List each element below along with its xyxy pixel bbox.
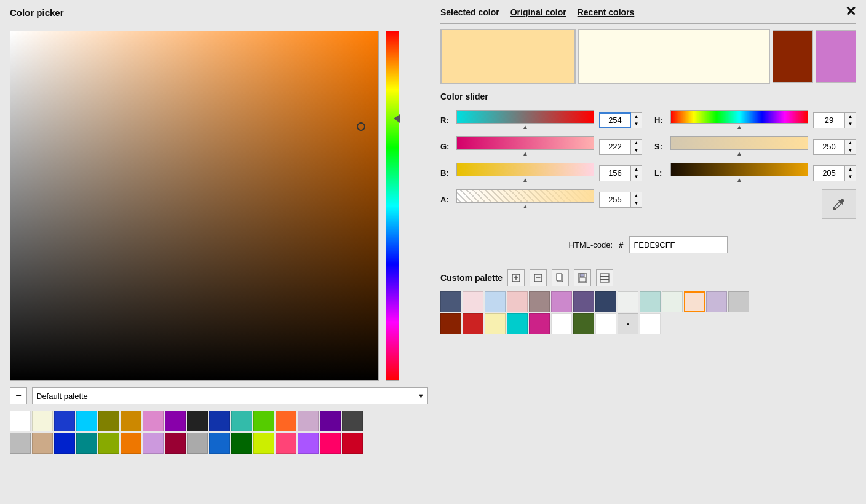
default-swatch[interactable] <box>209 433 230 454</box>
slider-value-b[interactable] <box>599 165 631 181</box>
hue-slider[interactable] <box>386 31 399 381</box>
recent-color-swatch[interactable] <box>816 30 856 83</box>
custom-swatch[interactable] <box>507 313 528 334</box>
default-swatch[interactable] <box>32 433 53 454</box>
custom-swatch[interactable] <box>640 313 661 334</box>
default-swatch[interactable] <box>320 433 341 454</box>
default-swatch[interactable] <box>187 411 208 431</box>
default-swatch[interactable] <box>320 411 341 431</box>
close-button[interactable]: ✕ <box>845 5 856 18</box>
spinner-s-up[interactable]: ▲ <box>845 140 856 147</box>
default-swatch[interactable] <box>98 411 119 431</box>
spinner-h-up[interactable]: ▲ <box>845 113 856 120</box>
slider-value-g[interactable] <box>599 139 631 155</box>
slider-value-r[interactable] <box>599 112 631 128</box>
custom-swatch[interactable] <box>463 291 483 312</box>
eyedropper-button[interactable] <box>822 189 856 219</box>
custom-swatch[interactable] <box>551 291 572 312</box>
default-swatch[interactable] <box>342 411 363 431</box>
palette-select[interactable]: Default palette <box>32 387 428 404</box>
slider-value-s[interactable] <box>813 139 845 155</box>
default-swatch[interactable] <box>276 433 296 454</box>
custom-swatch[interactable] <box>529 291 550 312</box>
spinner-r-down[interactable]: ▼ <box>631 120 642 128</box>
spinner-b-down[interactable]: ▼ <box>631 173 642 181</box>
spinner-h-down[interactable]: ▼ <box>845 120 856 128</box>
slider-value-h[interactable] <box>813 112 845 128</box>
slider-track-g[interactable] <box>456 136 594 150</box>
custom-swatch[interactable] <box>595 313 616 334</box>
default-swatch[interactable] <box>165 433 186 454</box>
custom-swatch[interactable] <box>684 291 705 312</box>
custom-swatch[interactable] <box>507 291 528 312</box>
custom-swatch[interactable] <box>440 291 461 312</box>
default-swatch[interactable] <box>298 411 319 431</box>
default-swatch[interactable] <box>10 433 31 454</box>
default-swatch[interactable] <box>231 411 252 431</box>
html-code-input[interactable] <box>629 236 728 253</box>
slider-track-l[interactable] <box>670 163 808 176</box>
custom-swatch[interactable] <box>618 291 638 312</box>
custom-swatch[interactable] <box>573 313 594 334</box>
custom-swatch[interactable] <box>662 291 683 312</box>
default-swatch[interactable] <box>54 411 75 431</box>
spinner-g-down[interactable]: ▼ <box>631 147 642 154</box>
custom-palette-save-button[interactable] <box>574 269 591 286</box>
custom-palette-paste-button[interactable] <box>552 269 569 286</box>
custom-swatch[interactable]: • <box>618 313 638 334</box>
custom-palette-grid-button[interactable] <box>596 269 613 286</box>
default-swatch[interactable] <box>253 411 274 431</box>
default-swatch[interactable] <box>121 411 141 431</box>
slider-track-s[interactable] <box>670 136 808 150</box>
palette-minus-button[interactable]: − <box>10 387 27 404</box>
recent-color-swatch[interactable] <box>773 30 813 83</box>
custom-swatch[interactable] <box>485 313 506 334</box>
default-swatch[interactable] <box>342 433 363 454</box>
tab-recent-colors[interactable]: Recent colors <box>578 7 646 20</box>
custom-swatch[interactable] <box>573 291 594 312</box>
default-swatch[interactable] <box>253 433 274 454</box>
default-swatch[interactable] <box>187 433 208 454</box>
spinner-a-up[interactable]: ▲ <box>631 192 642 200</box>
default-swatch[interactable] <box>76 433 97 454</box>
spinner-g-up[interactable]: ▲ <box>631 140 642 147</box>
default-swatch[interactable] <box>276 411 296 431</box>
custom-swatch[interactable] <box>640 291 661 312</box>
default-swatch[interactable] <box>10 411 31 431</box>
custom-swatch[interactable] <box>728 291 749 312</box>
slider-value-l[interactable] <box>813 165 845 181</box>
original-color-overlay[interactable] <box>579 30 769 83</box>
default-swatch[interactable] <box>231 433 252 454</box>
default-swatch[interactable] <box>143 411 164 431</box>
custom-swatch[interactable] <box>529 313 550 334</box>
slider-track-h[interactable] <box>670 110 808 124</box>
spinner-a-down[interactable]: ▼ <box>631 200 642 207</box>
custom-swatch[interactable] <box>551 313 572 334</box>
slider-track-a[interactable] <box>456 189 594 203</box>
custom-swatch[interactable] <box>463 313 483 334</box>
default-swatch[interactable] <box>209 411 230 431</box>
tab-original-color[interactable]: Original color <box>510 7 578 20</box>
default-swatch[interactable] <box>32 411 53 431</box>
slider-track-r[interactable] <box>456 110 594 124</box>
spinner-l-up[interactable]: ▲ <box>845 166 856 173</box>
custom-swatch[interactable] <box>706 291 727 312</box>
custom-swatch[interactable] <box>485 291 506 312</box>
slider-value-a[interactable] <box>599 192 631 208</box>
default-swatch[interactable] <box>98 433 119 454</box>
tab-selected-color[interactable]: Selected color <box>440 7 510 20</box>
spinner-b-up[interactable]: ▲ <box>631 166 642 173</box>
custom-swatch[interactable] <box>595 291 616 312</box>
selected-color-preview[interactable] <box>440 29 576 84</box>
default-swatch[interactable] <box>143 433 164 454</box>
default-swatch[interactable] <box>121 433 141 454</box>
slider-track-b[interactable] <box>456 163 594 176</box>
color-canvas[interactable] <box>10 31 379 381</box>
default-swatch[interactable] <box>298 433 319 454</box>
custom-palette-add-button[interactable] <box>507 269 525 286</box>
spinner-l-down[interactable]: ▼ <box>845 173 856 181</box>
default-swatch[interactable] <box>165 411 186 431</box>
spinner-s-down[interactable]: ▼ <box>845 147 856 154</box>
default-swatch[interactable] <box>54 433 75 454</box>
custom-swatch[interactable] <box>440 313 461 334</box>
